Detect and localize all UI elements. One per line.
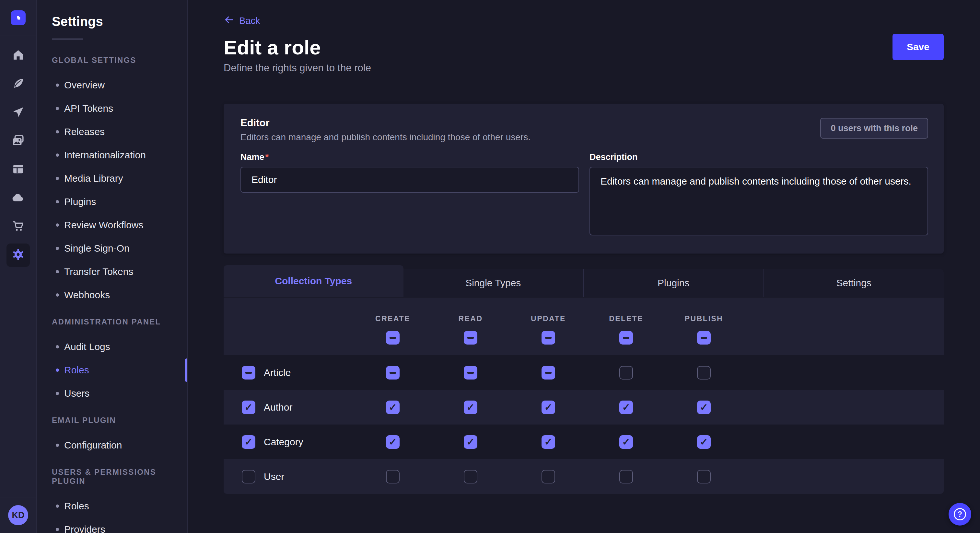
back-arrow-icon (224, 14, 235, 27)
row-select-author-checkbox[interactable] (242, 401, 255, 414)
description-textarea[interactable]: Editors can manage and publish contents … (590, 167, 928, 235)
perm-category-publish-checkbox[interactable] (697, 435, 711, 449)
perm-author-delete-checkbox[interactable] (619, 401, 633, 414)
select-all-publish-checkbox[interactable] (697, 331, 711, 344)
subnav-item-audit-logs[interactable]: Audit Logs (37, 335, 187, 359)
subnav-item-label: API Tokens (64, 103, 113, 114)
perm-article-update-checkbox[interactable] (541, 366, 555, 379)
avatar-initials: KD (12, 510, 25, 520)
permissions-tabs: Collection Types Single Types Plugins Se… (224, 265, 944, 297)
subnav-item-internationalization[interactable]: Internationalization (37, 143, 187, 167)
perm-category-read-checkbox[interactable] (464, 435, 477, 449)
cell (432, 470, 509, 484)
role-form: Name* Description Editors can manage and… (240, 152, 928, 237)
name-input[interactable] (240, 167, 579, 193)
subnav-item-label: Transfer Tokens (64, 266, 133, 277)
subnav-item-label: Users (64, 388, 89, 399)
tab-label: Collection Types (275, 276, 352, 287)
marketplace-nav-button[interactable] (6, 215, 30, 238)
perm-category-delete-checkbox[interactable] (619, 435, 633, 449)
settings-nav-button[interactable] (6, 244, 30, 267)
perm-author-create-checkbox[interactable] (386, 401, 399, 414)
tab-label: Settings (837, 278, 872, 289)
tab-settings[interactable]: Settings (764, 269, 944, 297)
save-button[interactable]: Save (892, 34, 944, 60)
perm-user-read-checkbox[interactable] (464, 470, 477, 484)
row-select-user-checkbox[interactable] (242, 470, 255, 484)
select-all-read-checkbox[interactable] (464, 331, 477, 344)
strapi-logo[interactable] (11, 10, 25, 25)
users-with-role-badge[interactable]: 0 users with this role (820, 118, 928, 139)
subnav-item-overview[interactable]: Overview (37, 73, 187, 97)
perm-article-read-checkbox[interactable] (464, 366, 477, 379)
subnav-item-label: Overview (64, 80, 105, 90)
perm-user-delete-checkbox[interactable] (619, 470, 633, 484)
home-icon (11, 48, 25, 63)
cell (665, 435, 743, 449)
cell (354, 401, 432, 414)
subnav-item-up-roles[interactable]: Roles (37, 495, 187, 518)
select-all-update-checkbox[interactable] (541, 331, 555, 344)
row-label-category: Category (264, 436, 303, 447)
subnav-item-plugins[interactable]: Plugins (37, 190, 187, 213)
perm-article-publish-checkbox[interactable] (697, 366, 711, 379)
cell (509, 366, 587, 379)
select-all-create-checkbox[interactable] (386, 331, 399, 344)
name-field-label: Name* (240, 152, 579, 162)
home-nav-button[interactable] (6, 44, 30, 67)
subnav-item-up-providers[interactable]: Providers (37, 518, 187, 533)
media-library-nav-button[interactable] (6, 130, 30, 153)
back-label: Back (239, 16, 260, 26)
subnav-item-label: Media Library (64, 173, 123, 184)
subnav-item-label: Audit Logs (64, 341, 110, 352)
select-all-delete-checkbox[interactable] (619, 331, 633, 344)
main-content: Back Edit a role Define the rights given… (188, 0, 980, 533)
perm-article-create-checkbox[interactable] (386, 366, 399, 379)
cell (509, 470, 587, 484)
content-manager-nav-button[interactable] (6, 73, 30, 96)
perm-author-read-checkbox[interactable] (464, 401, 477, 414)
subnav-item-transfer-tokens[interactable]: Transfer Tokens (37, 260, 187, 283)
header-filler-cell (743, 298, 944, 355)
help-button[interactable]: ? (948, 503, 971, 525)
row-select-category-checkbox[interactable] (242, 435, 255, 449)
back-link[interactable]: Back (224, 14, 260, 27)
logo-container (0, 0, 36, 36)
perm-author-update-checkbox[interactable] (541, 401, 555, 414)
cloud-nav-button[interactable] (6, 187, 30, 210)
subnav-item-email-configuration[interactable]: Configuration (37, 434, 187, 457)
perm-article-delete-checkbox[interactable] (619, 366, 633, 379)
perm-author-publish-checkbox[interactable] (697, 401, 711, 414)
subnav-item-webhooks[interactable]: Webhooks (37, 283, 187, 307)
row-head-user: User (224, 470, 354, 484)
perm-user-publish-checkbox[interactable] (697, 470, 711, 484)
subnav-item-review-workflows[interactable]: Review Workflows (37, 213, 187, 237)
administration-panel-list: Audit Logs Roles Users (37, 335, 187, 405)
permissions-table: CREATE READ UPDATE DELETE (224, 297, 944, 494)
rail-footer: KD (0, 497, 36, 533)
column-label-create: CREATE (375, 314, 410, 323)
perm-category-create-checkbox[interactable] (386, 435, 399, 449)
row-select-article-checkbox[interactable] (242, 366, 255, 379)
subnav-item-label: Single Sign-On (64, 243, 130, 254)
user-avatar[interactable]: KD (8, 505, 28, 525)
section-label-global-settings: GLOBAL SETTINGS (52, 56, 172, 65)
subnav-item-api-tokens[interactable]: API Tokens (37, 97, 187, 120)
subnav-item-single-sign-on[interactable]: Single Sign-On (37, 237, 187, 260)
deploy-nav-button[interactable] (6, 101, 30, 124)
subnav-item-admin-users[interactable]: Users (37, 382, 187, 405)
subnav-item-media-library[interactable]: Media Library (37, 167, 187, 190)
row-label-author: Author (264, 402, 292, 413)
column-label-publish: PUBLISH (685, 314, 723, 323)
perm-user-update-checkbox[interactable] (541, 470, 555, 484)
content-type-builder-nav-button[interactable] (6, 158, 30, 181)
subnav-item-label: Roles (64, 501, 89, 512)
subnav-item-admin-roles[interactable]: Roles (37, 359, 187, 382)
perm-user-create-checkbox[interactable] (386, 470, 399, 484)
perm-category-update-checkbox[interactable] (541, 435, 555, 449)
tab-collection-types[interactable]: Collection Types (224, 265, 404, 297)
tab-single-types[interactable]: Single Types (404, 269, 583, 297)
subnav-item-releases[interactable]: Releases (37, 120, 187, 143)
rail-icon-list (0, 36, 36, 267)
tab-plugins[interactable]: Plugins (583, 269, 764, 297)
